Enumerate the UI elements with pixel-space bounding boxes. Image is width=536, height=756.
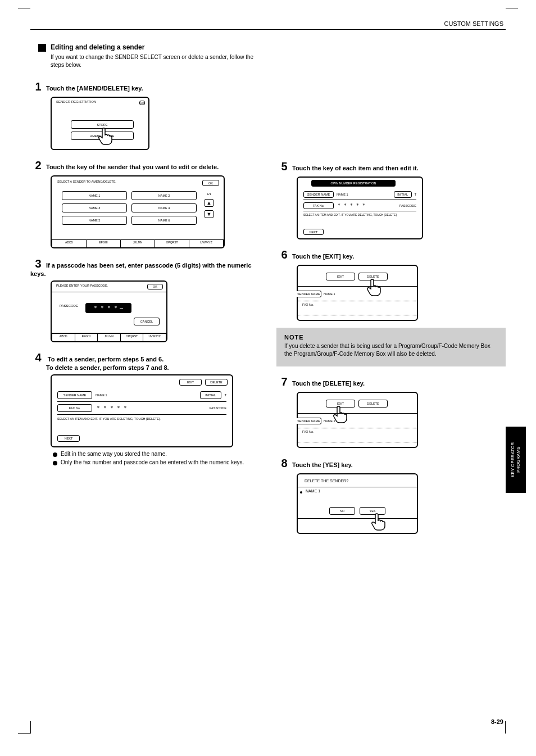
ok-button[interactable]: OK <box>147 284 163 289</box>
abc-tab[interactable]: OPQRST <box>121 333 144 341</box>
next-button[interactable]: NEXT <box>57 435 80 442</box>
step4-text-b: To delete a sender, perform steps 7 and … <box>46 364 169 371</box>
sender-item[interactable]: NAME 2 <box>131 191 197 200</box>
sender-item[interactable]: NAME 6 <box>131 216 197 225</box>
passcode-label: PASSCODE <box>399 204 416 207</box>
ok-button[interactable]: OK <box>139 101 145 105</box>
square-bullet-icon <box>38 44 46 52</box>
fax-button[interactable]: FAX No. <box>303 202 334 209</box>
step7-number: 7 <box>276 375 292 388</box>
sender-name-value: NAME 1 <box>96 393 107 397</box>
yes-button[interactable]: YES <box>360 507 385 515</box>
sender-name-button[interactable]: SENDER NAME <box>303 191 334 198</box>
sender-name-value: NAME 1 <box>324 419 335 423</box>
section-title: Editing and deleting a sender <box>51 43 144 51</box>
note-body: If you delete a sender that is being use… <box>284 342 498 359</box>
passcode-label: PASSCODE <box>60 304 78 307</box>
sender-item[interactable]: NAME 1 <box>62 191 127 200</box>
note-box: NOTE If you delete a sender that is bein… <box>276 328 506 366</box>
page-number: 8-29 <box>491 718 503 725</box>
abc-tab[interactable]: EFGHI <box>87 239 121 247</box>
passcode-field[interactable]: ＊＊＊＊— <box>85 303 131 313</box>
sender-item[interactable]: NAME 5 <box>62 216 127 225</box>
passcode-label: PASSCODE <box>210 406 226 410</box>
bullet-2: Only the fax number and passcode can be … <box>61 459 244 465</box>
sender-name-value: NAME 1 <box>337 193 348 196</box>
note-title: NOTE <box>284 333 498 342</box>
step8-number: 8 <box>276 457 292 470</box>
bullet-1: Edit in the same way you stored the name… <box>61 451 167 457</box>
sender-item[interactable]: NAME 3 <box>62 203 127 212</box>
panel5-title: OWN NUMBER REGISTRATION <box>311 180 396 187</box>
step6-number: 6 <box>276 248 292 261</box>
fax-label: FAX No. <box>302 303 314 306</box>
fax-value: ＊＊＊＊＊ <box>337 202 367 209</box>
fax-value: ＊＊＊＊＊ <box>96 404 129 412</box>
abc-tab[interactable]: ABCD <box>52 239 87 247</box>
panel-confirm-delete: DELETE THE SENDER? NAME 1 NO YES <box>297 473 418 534</box>
step2-number: 2 <box>30 159 46 172</box>
initial-button[interactable]: INITIAL <box>200 391 221 399</box>
delete-button[interactable]: DELETE <box>358 273 388 280</box>
step3-text: If a passcode has been set, enter passco… <box>30 262 252 277</box>
exit-button[interactable]: EXIT <box>179 379 202 386</box>
passcode-title: PLEASE ENTER YOUR PASSCODE. <box>56 284 108 287</box>
header: CUSTOM SETTINGS <box>30 8 506 30</box>
fax-label: FAX No. <box>302 430 314 433</box>
sender-name-button[interactable]: SENDER NAME <box>57 391 92 399</box>
exit-button[interactable]: EXIT <box>326 400 355 408</box>
initial-button[interactable]: INITIAL <box>394 191 412 198</box>
abc-tab[interactable]: ABCD <box>52 333 75 341</box>
amend-delete-button[interactable]: AMEND/DELETE <box>71 132 134 140</box>
store-button[interactable]: STORE <box>71 120 134 129</box>
ok-button[interactable]: OK <box>202 180 219 186</box>
panel-sender-registration: OK SENDER REGISTRATION STORE AMEND/DELET… <box>51 97 149 150</box>
abc-tab[interactable]: UVWXYZ <box>189 239 224 247</box>
edit-hint: SELECT AN ITEM AND EDIT. IF YOU ARE DELE… <box>57 417 226 420</box>
initial-value: T <box>415 193 416 196</box>
step8-text: Touch the [YES] key. <box>292 461 353 468</box>
delete-button[interactable]: DELETE <box>358 400 388 408</box>
abc-tab[interactable]: UVWXYZ <box>143 333 166 341</box>
panel-exit: EXIT DELETE SENDER NAME NAME 1 FAX No. <box>297 265 418 321</box>
step5-text: Touch the key of each item and then edit… <box>292 165 419 171</box>
sender-name-value: NAME 1 <box>324 292 335 296</box>
exit-button[interactable]: EXIT <box>326 273 355 280</box>
abc-tab[interactable]: JKLMN <box>98 333 121 341</box>
confirm-name: NAME 1 <box>306 489 320 493</box>
panel-delete: EXIT DELETE SENDER NAME NAME 1 FAX No. <box>297 392 418 448</box>
side-tab: KEY OPERATOR PROGRAMS <box>506 427 526 493</box>
abc-tab[interactable]: OPQRST <box>155 239 189 247</box>
section-intro: If you want to change the SENDER SELECT … <box>51 53 260 69</box>
sender-name-button[interactable]: SENDER NAME <box>297 291 321 297</box>
no-button[interactable]: NO <box>329 507 355 515</box>
sender-item[interactable]: NAME 4 <box>131 203 197 212</box>
sender-name-button[interactable]: SENDER NAME <box>297 418 321 424</box>
step3-number: 3 <box>30 257 46 270</box>
down-arrow-button[interactable]: ▼ <box>205 210 214 218</box>
fax-button[interactable]: FAX No. <box>57 404 92 412</box>
step1-number: 1 <box>30 80 46 93</box>
step6-text: Touch the [EXIT] key. <box>292 253 354 260</box>
next-button[interactable]: NEXT <box>303 229 324 235</box>
abc-tab[interactable]: EFGHI <box>75 333 98 341</box>
bullet-icon <box>300 491 302 494</box>
page-indicator: 1/1 <box>207 192 211 196</box>
breadcrumb: CUSTOM SETTINGS <box>444 20 503 27</box>
delete-button[interactable]: DELETE <box>205 379 228 386</box>
panel2-hint: SELECT A SENDER TO AMEND/DELETE. <box>57 180 116 183</box>
step7-text: Touch the [DELETE] key. <box>292 380 365 387</box>
edit-hint: SELECT AN ITEM AND EDIT. IF YOU ARE DELE… <box>303 213 416 216</box>
step2-text: Touch the key of the sender that you wan… <box>46 164 219 170</box>
step5-number: 5 <box>276 160 292 173</box>
panel1-title: SENDER REGISTRATION <box>56 100 96 103</box>
step4-text-a: To edit a sender, perform steps 5 and 6. <box>48 356 163 363</box>
panel-passcode: OK PLEASE ENTER YOUR PASSCODE. PASSCODE … <box>51 280 167 342</box>
confirm-prompt: DELETE THE SENDER? <box>305 479 348 483</box>
step1-text: Touch the [AMEND/DELETE] key. <box>46 85 143 92</box>
up-arrow-button[interactable]: ▲ <box>205 199 214 207</box>
cancel-button[interactable]: CANCEL <box>134 318 160 325</box>
abc-tab[interactable]: JKLMN <box>121 239 155 247</box>
bullet-icon <box>53 452 57 457</box>
panel-own-number: OWN NUMBER REGISTRATION SENDER NAME NAME… <box>297 176 423 239</box>
